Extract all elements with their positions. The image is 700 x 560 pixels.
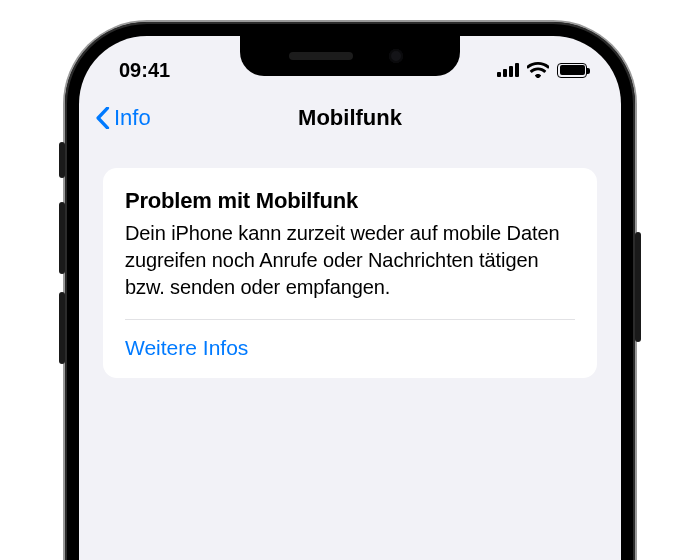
mute-switch	[59, 142, 65, 178]
card-title: Problem mit Mobilfunk	[125, 188, 575, 214]
status-time: 09:41	[119, 59, 170, 82]
battery-icon	[557, 63, 587, 78]
volume-up-button	[59, 202, 65, 274]
screen: 09:41 Info Mobilfunk	[79, 36, 621, 560]
back-label: Info	[114, 105, 151, 131]
card-body: Dein iPhone kann zurzeit weder auf mobil…	[125, 220, 575, 301]
speaker-grille	[289, 52, 353, 60]
chevron-left-icon	[95, 107, 110, 129]
back-button[interactable]: Info	[95, 105, 151, 131]
status-right	[497, 62, 587, 78]
cellular-signal-icon	[497, 63, 519, 77]
front-camera-icon	[389, 49, 403, 63]
content-area: Problem mit Mobilfunk Dein iPhone kann z…	[103, 168, 597, 378]
power-button	[635, 232, 641, 342]
page-title: Mobilfunk	[298, 105, 402, 131]
nav-bar: Info Mobilfunk	[79, 90, 621, 146]
learn-more-link[interactable]: Weitere Infos	[125, 320, 575, 378]
wifi-icon	[527, 62, 549, 78]
notch	[240, 36, 460, 76]
phone-frame: 09:41 Info Mobilfunk	[65, 22, 635, 560]
volume-down-button	[59, 292, 65, 364]
cellular-problem-card: Problem mit Mobilfunk Dein iPhone kann z…	[103, 168, 597, 378]
